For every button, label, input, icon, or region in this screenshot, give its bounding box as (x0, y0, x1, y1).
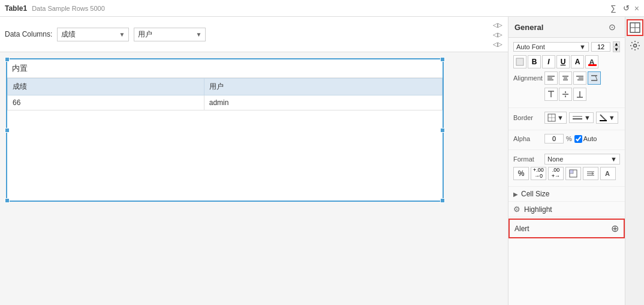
border-label: Border (513, 114, 542, 121)
auto-checkbox[interactable] (574, 135, 582, 143)
svg-line-25 (600, 115, 606, 121)
refresh-icon[interactable]: ↺ (621, 3, 632, 14)
resize-handle-tl[interactable] (5, 57, 10, 62)
increase-decimal-btn[interactable]: +.00→0 (531, 167, 546, 180)
svg-line-12 (595, 76, 597, 80)
highlight-label: Highlight (524, 205, 552, 214)
alignment-label: Alignment (513, 74, 542, 82)
table-format-icon (569, 169, 577, 178)
border-section: Border ▼ ▼ (508, 108, 625, 130)
settings-icon (630, 40, 640, 51)
chevron-color: ▼ (609, 114, 615, 121)
auto-checkbox-label: Auto (574, 135, 597, 143)
border-color-icon (599, 113, 607, 122)
font-color-button[interactable]: A (571, 55, 584, 68)
settings-tab-btn[interactable] (627, 37, 643, 54)
alpha-section: Alpha % Auto (508, 130, 625, 150)
bold-button[interactable]: B (528, 55, 541, 68)
nav-right-2[interactable]: ◁▷ (492, 30, 503, 38)
nav-right-1[interactable]: ◁▷ (492, 20, 503, 29)
rich-text-btn[interactable]: A (600, 167, 616, 180)
resize-handle-br[interactable] (440, 198, 445, 203)
format-section: Format None ▼ % +.00→0 .00+→ (508, 150, 625, 187)
conditional-format-btn[interactable] (565, 167, 581, 180)
nav-next-btn[interactable]: ⊙ (606, 20, 619, 34)
valign-bottom-icon (576, 90, 584, 98)
col-header-2: 用户 (204, 79, 442, 95)
decrease-decimal-btn[interactable]: .00+→ (548, 167, 564, 180)
align-center-icon (561, 74, 570, 82)
add-alert-icon[interactable]: ⊕ (611, 223, 619, 234)
size-down-btn[interactable]: ▼ (613, 47, 620, 52)
alert-row[interactable]: Alert ⊕ (508, 219, 625, 238)
sum-icon[interactable]: ∑ (608, 3, 619, 14)
close-icon[interactable]: × (634, 4, 639, 13)
main-layout: Data Columns: 成绩 ▼ 用户 ▼ ◁▷ ◁▷ ◁▷ 内置 (0, 17, 644, 305)
panel-nav: ⊙ (606, 20, 619, 34)
chevron-right-icon: ▶ (513, 191, 518, 198)
table-widget[interactable]: 内置 成绩 用户 66 admin (6, 58, 444, 202)
nav-right-3[interactable]: ◁▷ (492, 40, 503, 48)
num-format-buttons: % +.00→0 .00+→ (513, 167, 620, 180)
align-justify-icon (590, 74, 598, 82)
chevron-down-icon: ▼ (119, 31, 125, 38)
color-indicator (588, 64, 597, 66)
data-columns-label: Data Columns: (5, 30, 52, 38)
align-left-icon (547, 74, 555, 82)
column-1-value: 成绩 (61, 29, 76, 40)
rich-text-icon: A (604, 169, 612, 178)
underline-button[interactable]: U (556, 55, 570, 68)
top-bar-icons: ∑ ↺ × (608, 3, 639, 14)
svg-rect-26 (600, 120, 607, 121)
valign-top-btn[interactable] (544, 88, 558, 101)
font-section: Auto Font ▼ ▲ ▼ B I U (508, 38, 625, 108)
left-panel: Data Columns: 成绩 ▼ 用户 ▼ ◁▷ ◁▷ ◁▷ 内置 (0, 17, 508, 305)
border-color-btn[interactable]: ▼ (596, 112, 618, 124)
svg-rect-0 (516, 58, 523, 65)
v-align-row (513, 88, 620, 101)
cell-1-1: 66 (8, 95, 204, 110)
valign-bottom-btn[interactable] (573, 88, 586, 101)
svg-rect-28 (570, 170, 573, 174)
align-right-btn[interactable] (573, 71, 586, 85)
table-title: Table1 (5, 4, 27, 13)
column-dropdown-1[interactable]: 成绩 ▼ (57, 28, 129, 41)
alpha-input[interactable] (544, 134, 564, 143)
align-justify-btn[interactable] (588, 71, 601, 85)
fill-color-btn[interactable] (513, 55, 526, 68)
border-style-btn[interactable]: ▼ (544, 112, 567, 124)
alpha-row: Alpha % Auto (513, 134, 620, 143)
valign-middle-btn[interactable] (559, 88, 572, 101)
align-left-btn[interactable] (544, 71, 558, 85)
resize-handle-ml[interactable] (5, 128, 10, 133)
italic-button[interactable]: I (542, 55, 555, 68)
font-size-input[interactable] (591, 42, 610, 52)
valign-top-icon (547, 90, 555, 98)
font-color-swatch[interactable]: A (585, 55, 598, 68)
resize-handle-bl[interactable] (5, 198, 10, 203)
format-value: None (547, 156, 563, 163)
table-tab-btn[interactable] (627, 19, 643, 36)
resize-handle-mr[interactable] (440, 128, 445, 133)
size-spinners: ▲ ▼ (613, 41, 620, 52)
nav-arrows: ◁▷ ◁▷ ◁▷ (492, 20, 503, 48)
align-center-btn[interactable] (559, 71, 572, 85)
table-row: 66 admin (8, 95, 443, 110)
cell-size-row[interactable]: ▶ Cell Size (508, 187, 625, 202)
alpha-label: Alpha (513, 135, 542, 142)
gear-icon: ⚙ (513, 205, 520, 214)
general-title: General (514, 23, 543, 32)
format-dropdown[interactable]: None ▼ (544, 154, 620, 165)
border-row: Border ▼ ▼ (513, 112, 620, 124)
text-wrap-btn[interactable] (583, 167, 598, 180)
highlight-row[interactable]: ⚙ Highlight (508, 202, 625, 217)
cell-1-2: admin (204, 95, 442, 110)
border-weight-btn[interactable]: ▼ (569, 112, 594, 123)
percent-btn[interactable]: % (513, 167, 529, 180)
size-up-btn[interactable]: ▲ (613, 41, 620, 47)
text-wrap-icon (586, 169, 595, 178)
font-family-selector[interactable]: Auto Font ▼ (513, 42, 589, 52)
align-right-icon (576, 74, 584, 82)
column-dropdown-2[interactable]: 用户 ▼ (134, 28, 206, 41)
resize-handle-tr[interactable] (440, 57, 445, 62)
